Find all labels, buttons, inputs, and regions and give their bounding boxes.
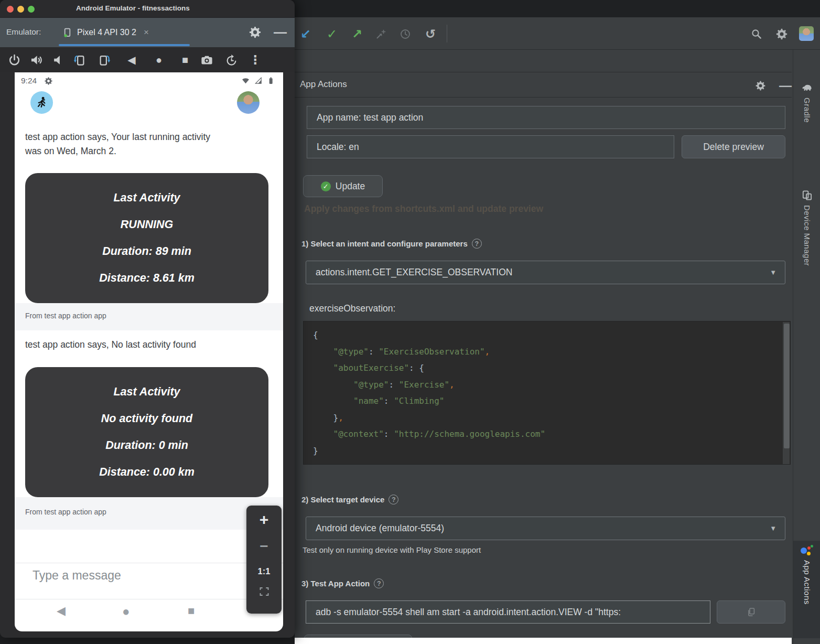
- device-tab-pixel4[interactable]: Pixel 4 API 30 2 ×: [62, 23, 149, 42]
- target-device-dropdown[interactable]: Android device (emulator-5554) ▼: [306, 517, 785, 540]
- copy-command-button[interactable]: [717, 600, 785, 624]
- phone-icon: [62, 27, 73, 38]
- parameter-label: exerciseObservation:: [309, 303, 395, 314]
- help-icon[interactable]: ?: [389, 495, 398, 505]
- android-overview-button[interactable]: ■: [188, 605, 195, 617]
- chevron-down-icon: ▼: [770, 524, 776, 532]
- search-everywhere-icon[interactable]: [750, 27, 763, 41]
- tab-gradle[interactable]: Gradle: [793, 78, 820, 168]
- intent-dropdown-value: actions.intent.GET_EXERCISE_OBSERVATION: [316, 267, 512, 278]
- back-button[interactable]: ◀: [124, 52, 139, 67]
- rotate-right-button[interactable]: [97, 52, 112, 67]
- user-profile-avatar: [237, 91, 260, 114]
- intent-parameter-json-editor[interactable]: { "@type": "ExerciseObservation", "about…: [303, 321, 791, 465]
- app-name-field[interactable]: App name: test app action: [307, 106, 785, 129]
- studio-main-toolbar: ↙ ✓ ↗ ↺: [295, 17, 820, 50]
- locale-field[interactable]: Locale: en: [307, 135, 674, 158]
- json-code: { "@type": "ExerciseObservation", "about…: [313, 327, 790, 459]
- panel-settings-gear-icon[interactable]: [754, 79, 767, 92]
- macos-zoom-button[interactable]: [28, 6, 35, 13]
- assistant-app-avatar: [30, 91, 53, 114]
- studio-titlebar-strip: [295, 0, 820, 17]
- locale-value: Locale: en: [317, 142, 359, 153]
- overview-button[interactable]: ■: [178, 52, 192, 67]
- macos-close-button[interactable]: [7, 6, 14, 13]
- macos-minimize-button[interactable]: [17, 6, 24, 13]
- android-studio-window: ↙ ✓ ↗ ↺ App Actions — App name: test app…: [295, 0, 820, 644]
- phone-screen: 9:24 test app action says, Your last run…: [15, 72, 283, 631]
- tool-window-strip: Gradle Device Manager App Actions: [793, 50, 820, 644]
- emulator-settings-gear-icon[interactable]: [249, 26, 262, 39]
- tab-device-manager[interactable]: Device Manager: [793, 185, 820, 337]
- android-home-button[interactable]: ●: [122, 605, 130, 618]
- window-title: Android Emulator - fitnessactions: [76, 4, 190, 12]
- attach-debugger-icon[interactable]: [374, 27, 388, 41]
- app-name-value: App name: test app action: [317, 112, 423, 123]
- fit-to-screen-button[interactable]: [246, 585, 282, 600]
- tab-app-actions[interactable]: App Actions: [793, 541, 820, 638]
- emulator-zoom-panel: + − 1:1: [246, 506, 282, 614]
- message-input[interactable]: Type a message: [33, 568, 121, 583]
- emulator-label: Emulator:: [6, 27, 41, 37]
- last-activity-card-running: Last Activity RUNNING Duration: 89 min D…: [25, 173, 268, 303]
- app-actions-panel-header: App Actions —: [295, 72, 792, 98]
- chat-message-1: test app action says, Your last running …: [25, 130, 210, 158]
- runner-icon: [35, 95, 49, 110]
- zoom-1to1-button[interactable]: 1:1: [246, 566, 282, 576]
- divider: [15, 599, 283, 599]
- vcs-commit-check-icon[interactable]: ✓: [325, 27, 339, 41]
- target-device-value: Android device (emulator-5554): [316, 523, 444, 534]
- vcs-update-icon[interactable]: ↙: [299, 27, 312, 41]
- bottom-white-strip: [295, 638, 792, 644]
- update-button[interactable]: ✓ Update: [303, 175, 383, 197]
- device-manager-icon: [801, 189, 813, 201]
- undo-icon[interactable]: ↺: [424, 27, 437, 41]
- emulator-controls-toolbar: ◀ ● ■ ⋮: [0, 47, 295, 72]
- last-activity-card-none: Last Activity No activity found Duration…: [25, 367, 268, 497]
- google-assistant-icon: [801, 545, 813, 556]
- vcs-push-icon[interactable]: ↗: [350, 27, 364, 41]
- fit-screen-icon: [258, 585, 271, 598]
- cellular-icon: [254, 76, 263, 85]
- rotate-left-button[interactable]: [72, 52, 87, 67]
- tab-close-icon[interactable]: ×: [144, 27, 149, 38]
- status-bar-time: 9:24: [21, 76, 37, 85]
- adb-command-field[interactable]: adb -s emulator-5554 shell am start -a a…: [306, 600, 710, 624]
- panel-minimize-icon[interactable]: —: [779, 79, 792, 92]
- active-tab-underline: [59, 44, 190, 46]
- emulator-titlebar: Android Emulator - fitnessactions: [0, 0, 295, 18]
- volume-up-button[interactable]: [29, 52, 44, 67]
- wifi-icon: [241, 76, 250, 85]
- more-options-button[interactable]: ⋮: [248, 52, 263, 67]
- update-hint-text: Apply changes from shortcuts.xml and upd…: [304, 203, 543, 214]
- emulator-minimize-icon[interactable]: —: [274, 25, 287, 40]
- android-back-button[interactable]: ◀: [57, 605, 66, 617]
- history-clock-icon[interactable]: [398, 27, 412, 41]
- user-avatar[interactable]: [799, 26, 814, 41]
- panel-title: App Actions: [300, 79, 347, 90]
- emulator-tabbar: Emulator: Pixel 4 API 30 2 × —: [0, 18, 295, 47]
- zoom-in-button[interactable]: +: [246, 511, 282, 529]
- delete-preview-button[interactable]: Delete preview: [682, 135, 785, 158]
- from-app-caption: From test app action app: [25, 312, 106, 320]
- help-icon[interactable]: ?: [374, 578, 384, 588]
- snapshot-button[interactable]: [224, 52, 239, 67]
- screenshot-root: ↙ ✓ ↗ ↺ App Actions — App name: test app…: [0, 0, 820, 644]
- volume-down-button[interactable]: [50, 52, 65, 67]
- status-gear-icon: [44, 77, 53, 85]
- toolbar-separator: [447, 25, 447, 42]
- power-button[interactable]: [7, 52, 21, 67]
- copy-icon: [746, 607, 757, 617]
- code-scrollbar-thumb[interactable]: [784, 324, 790, 448]
- chat-message-2: test app action says, No last activity f…: [25, 338, 196, 352]
- section-2-label: 2) Select target device ?: [301, 495, 398, 505]
- help-icon[interactable]: ?: [472, 239, 482, 249]
- screenshot-camera-button[interactable]: [199, 52, 214, 67]
- zoom-out-button[interactable]: −: [246, 538, 282, 555]
- home-button[interactable]: ●: [152, 52, 166, 67]
- update-check-icon: ✓: [321, 181, 331, 191]
- intent-dropdown[interactable]: actions.intent.GET_EXERCISE_OBSERVATION …: [306, 261, 785, 284]
- section-3-label: 3) Test App Action ?: [301, 578, 384, 588]
- settings-gear-icon[interactable]: [775, 27, 789, 41]
- device-caption: Test only on running device with Play St…: [303, 545, 481, 554]
